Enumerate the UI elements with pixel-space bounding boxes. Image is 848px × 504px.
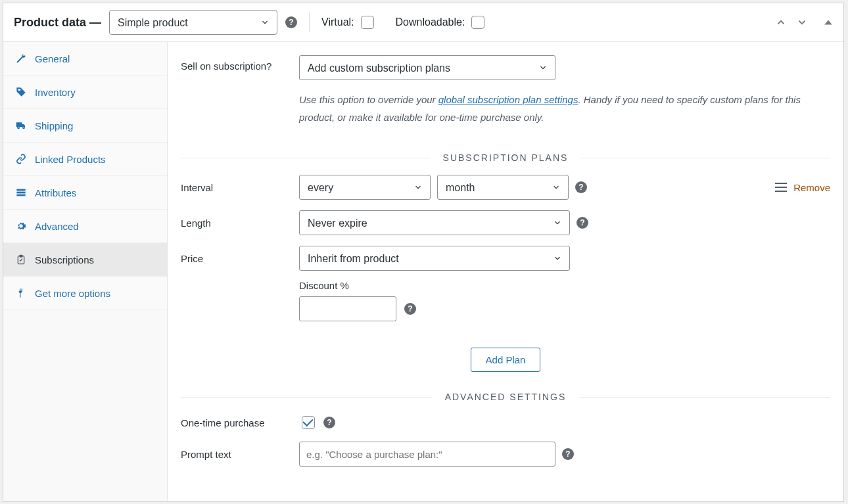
length-select[interactable]: Never expire xyxy=(299,210,570,235)
subscription-plans-divider: SUBSCRIPTION PLANS xyxy=(181,152,830,163)
move-down-icon[interactable] xyxy=(796,16,808,28)
help-icon[interactable]: ? xyxy=(404,303,416,315)
help-icon[interactable]: ? xyxy=(323,417,335,428)
svg-rect-6 xyxy=(16,195,25,196)
help-icon[interactable]: ? xyxy=(575,181,587,193)
help-icon[interactable]: ? xyxy=(285,16,297,28)
add-plan-button[interactable]: Add Plan xyxy=(471,348,541,372)
tab-inventory[interactable]: Inventory xyxy=(3,76,167,109)
tab-general[interactable]: General xyxy=(3,42,167,76)
tag-icon xyxy=(15,86,27,98)
svg-point-2 xyxy=(18,127,20,129)
tab-content: Sell on subscription? Add custom subscri… xyxy=(168,42,843,501)
global-plan-settings-link[interactable]: global subscription plan settings xyxy=(438,94,578,105)
tab-subscriptions[interactable]: Subscriptions xyxy=(3,243,167,277)
svg-point-1 xyxy=(18,89,20,91)
svg-rect-5 xyxy=(16,192,25,194)
svg-rect-8 xyxy=(20,255,22,257)
panel-order-controls xyxy=(775,16,833,28)
tab-get-more-options[interactable]: Get more options xyxy=(3,277,167,310)
prompt-text-input[interactable] xyxy=(299,442,555,467)
svg-marker-0 xyxy=(824,20,832,25)
downloadable-checkbox[interactable] xyxy=(471,16,484,29)
gear-icon xyxy=(15,220,27,232)
divider xyxy=(309,12,310,32)
move-up-icon[interactable] xyxy=(775,16,787,28)
wrench-icon xyxy=(15,53,27,64)
truck-icon xyxy=(15,120,27,131)
virtual-label: Virtual: xyxy=(321,16,354,28)
list-icon xyxy=(15,187,27,198)
subscription-mode-select[interactable]: Add custom subscription plans xyxy=(299,55,555,80)
sell-on-subscription-label: Sell on subscription? xyxy=(181,55,299,72)
svg-rect-4 xyxy=(16,189,25,191)
discount-label: Discount % xyxy=(299,280,830,291)
add-plan-row: Add Plan xyxy=(181,348,830,372)
virtual-toggle[interactable]: Virtual: xyxy=(321,14,376,31)
discount-block: Discount % ? xyxy=(299,280,830,321)
advanced-settings-divider: ADVANCED SETTINGS xyxy=(181,392,830,402)
sell-on-subscription-row: Sell on subscription? Add custom subscri… xyxy=(181,42,830,133)
prompt-text-row: Prompt text ? xyxy=(181,436,830,472)
product-data-tabs: General Inventory Shipping Linked Produc… xyxy=(3,42,168,501)
subscription-mode-description: Use this option to override your global … xyxy=(299,91,812,126)
clipboard-icon xyxy=(15,254,27,265)
help-icon[interactable]: ? xyxy=(562,448,574,460)
remove-plan-link[interactable]: Remove xyxy=(793,182,830,193)
svg-point-3 xyxy=(23,127,25,129)
panel-title: Product data — xyxy=(14,16,101,30)
product-type-select[interactable]: Simple product xyxy=(109,10,277,35)
tab-linked-products[interactable]: Linked Products xyxy=(3,143,167,176)
virtual-checkbox[interactable] xyxy=(361,16,374,29)
toggle-panel-icon[interactable] xyxy=(824,18,833,27)
plan-length-row: Length Never expire ? xyxy=(181,205,830,241)
drag-handle-icon[interactable] xyxy=(775,183,787,192)
discount-input[interactable] xyxy=(299,296,396,321)
help-icon[interactable]: ? xyxy=(577,217,588,229)
subscription-mode-select-wrap: Add custom subscription plans xyxy=(299,55,555,80)
tab-shipping[interactable]: Shipping xyxy=(3,109,167,143)
panel-body: General Inventory Shipping Linked Produc… xyxy=(3,42,843,501)
downloadable-label: Downloadable: xyxy=(396,16,465,28)
link-icon xyxy=(15,153,27,165)
panel-header: Product data — Simple product ? Virtual:… xyxy=(3,3,843,42)
downloadable-toggle[interactable]: Downloadable: xyxy=(396,14,487,31)
price-select[interactable]: Inherit from product xyxy=(299,246,570,271)
plugin-icon xyxy=(15,287,27,299)
one-time-purchase-checkbox[interactable] xyxy=(302,416,315,429)
interval-unit-select[interactable]: month xyxy=(437,175,569,200)
plan-interval-row: Interval every month xyxy=(181,170,830,205)
plan-price-row: Price Inherit from product xyxy=(181,241,830,276)
tab-advanced[interactable]: Advanced xyxy=(3,210,167,243)
interval-every-select[interactable]: every xyxy=(299,175,431,200)
product-type-select-wrap: Simple product xyxy=(109,10,277,35)
tab-attributes[interactable]: Attributes xyxy=(3,176,167,210)
product-data-panel: Product data — Simple product ? Virtual:… xyxy=(3,3,844,502)
one-time-purchase-row: One-time purchase ? xyxy=(181,409,830,436)
